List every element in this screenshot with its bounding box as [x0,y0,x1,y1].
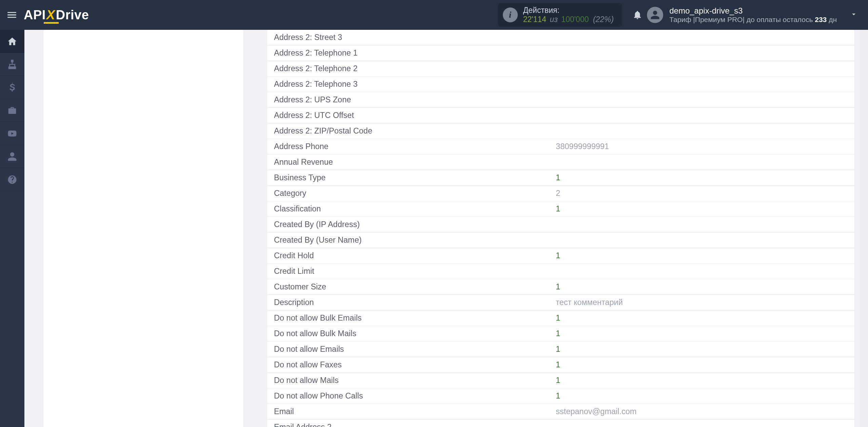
table-row: Email Address 2 [267,420,854,427]
info-icon: i [503,7,518,22]
field-label: Do not allow Faxes [267,357,549,373]
sidebar-nav [0,30,24,427]
chevron-down-icon [850,10,858,20]
sidebar-item-billing[interactable] [0,76,24,99]
username-label: demo_apix-drive_s3 [669,6,837,16]
field-label: Do not allow Mails [267,373,549,388]
field-label: Business Type [267,170,549,186]
field-value: 1 [549,326,854,342]
field-value: 2 [549,186,854,201]
usage-value: 22'114 из 100'000 (22%) [523,15,614,24]
field-value: 1 [549,388,854,404]
field-label: Description [267,295,549,310]
table-row: Created By (IP Address) [267,217,854,232]
svg-rect-2 [12,67,13,68]
field-label: Address 2: Telephone 1 [267,45,549,61]
field-value [549,217,854,232]
sidebar-item-help[interactable] [0,168,24,191]
field-value: sstepanov@gmail.com [549,404,854,420]
field-value: 1 [549,279,854,295]
table-row: Business Type1 [267,170,854,186]
usage-label: Действия: [523,6,614,15]
table-row: Classification1 [267,201,854,217]
table-row: Address 2: Telephone 2 [267,61,854,77]
scrollbar-track[interactable] [860,30,868,427]
table-row: Created By (User Name) [267,232,854,248]
field-value [549,108,854,123]
app-header: API X Drive i Действия: 22'114 из 100'00… [0,0,868,30]
sitemap-icon [7,59,17,69]
field-label: Credit Limit [267,264,549,279]
field-value [549,30,854,45]
field-value: тест комментарий [549,295,854,310]
usage-counter[interactable]: i Действия: 22'114 из 100'000 (22%) [498,3,622,27]
app-logo[interactable]: API X Drive [24,8,89,22]
field-value [549,77,854,92]
user-icon [7,151,17,162]
table-row: Do not allow Phone Calls1 [267,388,854,404]
field-label: Address 2: Telephone 3 [267,77,549,92]
menu-toggle-button[interactable] [0,0,24,30]
table-row: Address 2: UTC Offset [267,108,854,123]
youtube-icon [7,128,17,139]
field-value: 1 [549,373,854,388]
table-row: Credit Hold1 [267,248,854,264]
field-label: Address Phone [267,139,549,155]
field-value [549,45,854,61]
field-label: Address 2: Street 3 [267,30,549,45]
field-label: Do not allow Emails [267,342,549,357]
field-table: Address 2: Street 3Address 2: Telephone … [267,30,854,427]
field-value [549,92,854,108]
avatar-icon [647,7,663,23]
svg-rect-1 [9,67,11,68]
hamburger-icon [6,9,18,21]
logo-text-x: X [46,8,56,22]
field-label: Address 2: Telephone 2 [267,61,549,77]
field-value: 380999999991 [549,139,854,155]
field-label: Address 2: UTC Offset [267,108,549,123]
table-row: Descriptionтест комментарий [267,295,854,310]
logo-text-api: API [24,8,46,22]
logo-underline [44,22,59,24]
field-value [549,420,854,427]
field-value: 1 [549,310,854,326]
home-icon [7,36,17,46]
sidebar-item-business[interactable] [0,99,24,122]
table-row: Customer Size1 [267,279,854,295]
field-label: Do not allow Phone Calls [267,388,549,404]
field-label: Email Address 2 [267,420,549,427]
field-value [549,264,854,279]
field-label: Created By (User Name) [267,232,549,248]
sidebar-item-video[interactable] [0,122,24,145]
notifications-button[interactable] [628,10,647,20]
field-label: Customer Size [267,279,549,295]
field-value: 1 [549,342,854,357]
field-value: 1 [549,170,854,186]
sidebar-item-connections[interactable] [0,53,24,76]
content-area: Address 2: Street 3Address 2: Telephone … [24,30,868,427]
sidebar-item-account[interactable] [0,145,24,168]
svg-rect-3 [14,67,16,68]
field-value: 1 [549,357,854,373]
svg-rect-0 [12,60,13,62]
table-row: Address Phone380999999991 [267,139,854,155]
table-row: Emailsstepanov@gmail.com [267,404,854,420]
field-value [549,155,854,170]
field-label: Do not allow Bulk Emails [267,310,549,326]
field-label: Address 2: UPS Zone [267,92,549,108]
table-row: Category2 [267,186,854,201]
table-row: Annual Revenue [267,155,854,170]
field-value [549,232,854,248]
bell-icon [632,10,643,20]
table-row: Address 2: Telephone 3 [267,77,854,92]
field-value: 1 [549,248,854,264]
user-menu[interactable]: demo_apix-drive_s3 Тариф |Премиум PRO| д… [647,6,858,24]
field-label: Do not allow Bulk Mails [267,326,549,342]
left-panel [43,30,243,427]
field-label: Email [267,404,549,420]
table-row: Do not allow Bulk Mails1 [267,326,854,342]
dollar-icon [7,82,17,93]
field-value [549,61,854,77]
briefcase-icon [7,105,17,116]
sidebar-item-home[interactable] [0,30,24,53]
